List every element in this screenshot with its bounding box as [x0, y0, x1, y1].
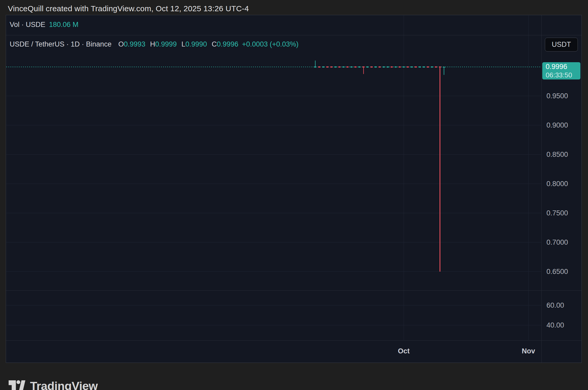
candle-body [374, 67, 377, 67]
candle-wick [363, 66, 364, 74]
tradingview-logo[interactable]: TradingView [9, 378, 98, 390]
candle-body [326, 67, 328, 67]
candle-body [334, 67, 337, 67]
currency-toggle-button[interactable]: USDT [545, 38, 578, 51]
volume-legend-title: Vol · USDE [10, 21, 45, 29]
ohlc-values: O0.9993 H0.9999 L0.9990 C0.9996 [118, 40, 238, 48]
volume-tick-label: 40.00 [546, 321, 564, 329]
page-title: VinceQuill created with TradingView.com,… [8, 4, 249, 13]
pane-separator-volume-bottom[interactable] [6, 290, 581, 291]
price-tick-label: 0.8500 [546, 150, 568, 159]
candle-wick [440, 66, 440, 272]
chart-widget: Vol · USDE 180.06 M USDE / TetherUS · 1D… [6, 15, 582, 363]
main-legend: USDE / TetherUS · 1D · Binance O0.9993 H… [10, 40, 298, 48]
candle-body [431, 67, 433, 67]
tradingview-logo-icon [9, 380, 25, 390]
candle-body [358, 67, 361, 67]
candle-body [322, 67, 325, 67]
candle-body [314, 67, 316, 67]
change-value: +0.0003 (+0.03%) [242, 40, 298, 48]
candle-body [378, 67, 381, 67]
price-tick-label: 0.9500 [546, 92, 568, 100]
candle-body [330, 67, 332, 67]
price-tick-label: 0.7000 [546, 238, 568, 246]
price-axis[interactable]: USDT 0.9996 06:33:50 0.95000.90000.85000… [542, 15, 581, 340]
last-price-badge: 0.9996 06:33:50 [542, 62, 580, 79]
tradingview-logo-text: TradingView [30, 379, 98, 390]
bar-countdown: 06:33:50 [546, 71, 580, 79]
candle-body [427, 67, 429, 67]
candle-body [399, 67, 401, 67]
candle-body [443, 67, 445, 67]
candle-body [419, 67, 421, 67]
candle-body [346, 67, 349, 67]
candle-body [411, 67, 413, 67]
candle-body [423, 67, 425, 67]
candle-body [338, 67, 341, 67]
low-value: L0.9990 [181, 40, 207, 48]
price-tick-label: 0.9000 [546, 121, 568, 129]
high-value: H0.9999 [150, 40, 177, 48]
candle-body [362, 67, 365, 67]
candle-body [366, 67, 369, 67]
candle-body [350, 67, 353, 67]
candle-body [387, 67, 389, 67]
time-axis-label-oct: Oct [398, 347, 410, 355]
candle-body [415, 67, 417, 67]
symbol-description: USDE / TetherUS · 1D · Binance [10, 40, 112, 48]
candle-body [342, 67, 345, 67]
price-tick-label: 0.8000 [546, 180, 568, 188]
volume-tick-label: 60.00 [546, 301, 564, 309]
candle-wick [315, 61, 315, 68]
candle-body [383, 67, 385, 67]
candle-body [407, 67, 409, 67]
candle-body [403, 67, 405, 67]
candle-body [318, 67, 320, 67]
open-value: O0.9993 [118, 40, 146, 48]
last-price: 0.9996 [546, 62, 580, 71]
time-axis[interactable]: OctNov [6, 340, 541, 363]
time-axis-label-nov: Nov [522, 347, 535, 355]
candle-body [370, 67, 373, 67]
candle-body [390, 67, 393, 67]
candle-body [395, 67, 397, 67]
candle-wick [444, 66, 444, 75]
candle-body [439, 67, 441, 67]
price-tick-label: 0.7500 [546, 209, 568, 217]
candle-body [435, 67, 437, 67]
candlestick-chart[interactable] [6, 15, 541, 340]
volume-legend-value: 180.06 M [49, 21, 79, 29]
pane-separator-volume-top[interactable] [6, 35, 581, 35]
close-value: C0.9996 [212, 40, 238, 48]
candle-body [354, 67, 357, 67]
price-tick-label: 0.6500 [546, 267, 568, 276]
volume-legend: Vol · USDE 180.06 M [10, 21, 78, 29]
